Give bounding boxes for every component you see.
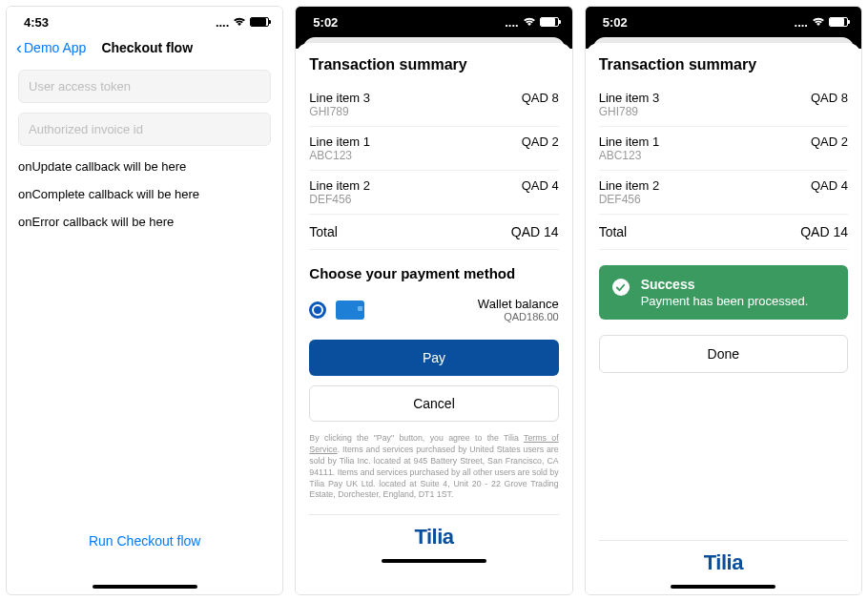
- wallet-icon: [336, 300, 364, 320]
- check-circle-icon: [612, 279, 630, 296]
- payment-method-wallet[interactable]: Wallet balance QAD186.00: [309, 293, 558, 336]
- onupdate-text: onUpdate callback will be here: [18, 159, 271, 174]
- success-title: Success: [641, 277, 809, 292]
- wifi-icon: [233, 17, 246, 27]
- item-name: Line item 1: [599, 135, 660, 149]
- battery-icon: [540, 17, 559, 27]
- status-icons: ....: [216, 15, 269, 30]
- line-item: Line item 1 ABC123 QAD 2: [309, 127, 558, 171]
- total-amount: QAD 14: [800, 224, 848, 239]
- summary-title: Transaction summary: [309, 56, 558, 73]
- total-amount: QAD 14: [511, 224, 559, 239]
- item-amount: QAD 2: [522, 135, 559, 162]
- total-row: Total QAD 14: [599, 215, 848, 250]
- status-time: 5:02: [603, 15, 628, 30]
- signal-icon: ....: [795, 15, 808, 30]
- invoice-id-input[interactable]: Authorized invoice id: [18, 113, 271, 146]
- item-amount: QAD 4: [811, 178, 848, 206]
- home-indicator[interactable]: [382, 559, 486, 563]
- payment-method-title: Choose your payment method: [309, 265, 558, 281]
- line-item: Line item 2 DEF456 QAD 4: [599, 171, 848, 215]
- line-item: Line item 1 ABC123 QAD 2: [599, 127, 848, 171]
- total-row: Total QAD 14: [309, 215, 558, 250]
- wifi-icon: [523, 17, 536, 27]
- run-checkout-button[interactable]: Run Checkout flow: [18, 533, 271, 549]
- item-code: ABC123: [309, 149, 370, 162]
- wallet-label: Wallet balance: [478, 297, 559, 311]
- status-bar: 4:53 ....: [7, 7, 282, 33]
- success-message: Payment has been processed.: [641, 294, 809, 308]
- item-name: Line item 2: [599, 178, 660, 193]
- brand-logo: Tilia: [599, 541, 848, 581]
- status-time: 4:53: [24, 15, 49, 30]
- onerror-text: onError callback will be here: [18, 215, 271, 229]
- done-button[interactable]: Done: [599, 335, 848, 373]
- summary-title: Transaction summary: [599, 56, 848, 73]
- item-amount: QAD 4: [522, 178, 559, 206]
- item-code: GHI789: [599, 105, 660, 118]
- pay-button[interactable]: Pay: [309, 340, 558, 376]
- payment-sheet: Transaction summary Line item 3 GHI789 Q…: [296, 43, 571, 594]
- screen-payment: 5:02 .... Transaction summary Line item …: [295, 6, 572, 595]
- total-label: Total: [599, 224, 628, 239]
- item-amount: QAD 8: [811, 91, 848, 118]
- item-name: Line item 1: [309, 135, 370, 149]
- user-token-input[interactable]: User access token: [18, 70, 271, 103]
- page-title: Checkout flow: [101, 40, 193, 55]
- oncomplete-text: onComplete callback will be here: [18, 187, 271, 201]
- battery-icon: [829, 17, 848, 27]
- home-indicator[interactable]: [671, 585, 775, 589]
- item-code: DEF456: [309, 193, 370, 206]
- cancel-button[interactable]: Cancel: [309, 385, 558, 422]
- home-indicator[interactable]: [93, 585, 197, 589]
- line-item: Line item 2 DEF456 QAD 4: [309, 171, 558, 215]
- status-bar: 5:02 ....: [296, 7, 571, 33]
- content: User access token Authorized invoice id …: [7, 62, 282, 581]
- wallet-amount: QAD186.00: [478, 311, 559, 322]
- line-item: Line item 3 GHI789 QAD 8: [309, 83, 558, 127]
- signal-icon: ....: [505, 15, 518, 30]
- item-name: Line item 3: [309, 91, 370, 105]
- signal-icon: ....: [216, 15, 229, 30]
- radio-selected-icon[interactable]: [309, 301, 326, 319]
- wifi-icon: [812, 17, 825, 27]
- item-amount: QAD 2: [811, 135, 848, 162]
- item-code: DEF456: [599, 193, 660, 206]
- item-code: ABC123: [599, 149, 660, 162]
- battery-icon: [250, 17, 269, 27]
- item-name: Line item 2: [309, 178, 370, 193]
- item-amount: QAD 8: [522, 91, 559, 118]
- legal-text: By clicking the "Pay" button, you agree …: [309, 433, 558, 501]
- back-button[interactable]: ‹ Demo App: [16, 39, 86, 56]
- status-time: 5:02: [313, 15, 338, 30]
- status-icons: ....: [505, 15, 558, 30]
- brand-logo: Tilia: [309, 515, 558, 555]
- success-banner: Success Payment has been processed.: [599, 265, 848, 320]
- total-label: Total: [309, 224, 338, 239]
- item-code: GHI789: [309, 105, 370, 118]
- screen-checkout-setup: 4:53 .... ‹ Demo App Checkout flow User …: [6, 6, 283, 595]
- nav-header: ‹ Demo App Checkout flow: [7, 33, 282, 62]
- line-item: Line item 3 GHI789 QAD 8: [599, 83, 848, 127]
- screen-success: 5:02 .... Transaction summary Line item …: [585, 6, 862, 595]
- success-sheet: Transaction summary Line item 3 GHI789 Q…: [586, 43, 861, 594]
- status-icons: ....: [795, 15, 848, 30]
- chevron-left-icon: ‹: [16, 39, 22, 56]
- status-bar: 5:02 ....: [586, 7, 861, 33]
- back-label: Demo App: [24, 40, 86, 55]
- item-name: Line item 3: [599, 91, 660, 105]
